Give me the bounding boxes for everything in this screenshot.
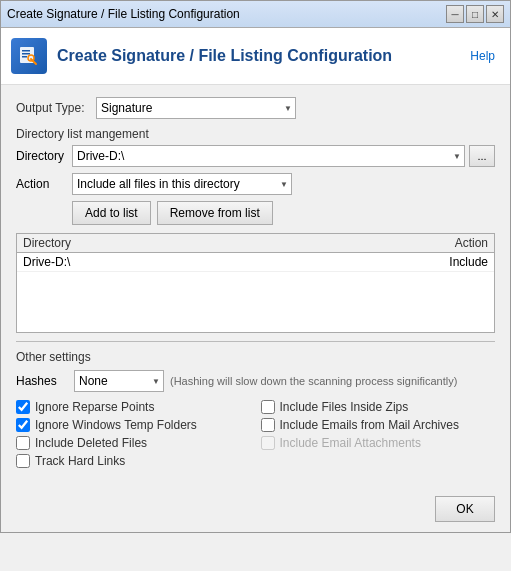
directory-label: Directory <box>16 149 68 163</box>
svg-rect-3 <box>22 56 27 58</box>
include-files-zips-label: Include Files Inside Zips <box>280 400 409 414</box>
track-hard-links-label: Track Hard Links <box>35 454 125 468</box>
help-link[interactable]: Help <box>470 49 495 63</box>
output-type-row: Output Type: Signature File Listing ▼ <box>16 97 495 119</box>
title-bar-left: Create Signature / File Listing Configur… <box>7 7 240 21</box>
hashes-row: Hashes None MD5 SHA1 SHA256 ▼ (Hashing w… <box>16 370 495 392</box>
list-buttons-row: Add to list Remove from list <box>16 201 495 225</box>
col-action-header: Action <box>428 236 488 250</box>
app-icon <box>11 38 47 74</box>
hashes-label: Hashes <box>16 374 68 388</box>
header-left: Create Signature / File Listing Configur… <box>11 38 392 74</box>
other-settings-section: Other settings Hashes None MD5 SHA1 SHA2… <box>16 350 495 468</box>
hashes-combo-wrapper: None MD5 SHA1 SHA256 ▼ <box>74 370 164 392</box>
include-deleted-row: Include Deleted Files <box>16 436 251 450</box>
remove-from-list-button[interactable]: Remove from list <box>157 201 273 225</box>
add-to-list-button[interactable]: Add to list <box>72 201 151 225</box>
include-email-attachments-label: Include Email Attachments <box>280 436 421 450</box>
output-type-select[interactable]: Signature File Listing <box>96 97 296 119</box>
action-label: Action <box>16 177 68 191</box>
ignore-temp-folders-row: Ignore Windows Temp Folders <box>16 418 251 432</box>
hashes-note: (Hashing will slow down the scanning pro… <box>170 375 457 387</box>
title-bar: Create Signature / File Listing Configur… <box>1 1 510 28</box>
hashes-combo[interactable]: None MD5 SHA1 SHA256 <box>74 370 164 392</box>
empty-cell <box>261 454 496 468</box>
directory-combo[interactable]: Drive-D:\ <box>72 145 465 167</box>
track-hard-links-checkbox[interactable] <box>16 454 30 468</box>
ignore-temp-folders-checkbox[interactable] <box>16 418 30 432</box>
checkboxes-grid: Ignore Reparse Points Include Files Insi… <box>16 400 495 468</box>
include-emails-archives-checkbox[interactable] <box>261 418 275 432</box>
track-hard-links-row: Track Hard Links <box>16 454 251 468</box>
directory-combo-wrapper: Drive-D:\ ▼ <box>72 145 465 167</box>
ignore-reparse-label: Ignore Reparse Points <box>35 400 154 414</box>
directory-management-label: Directory list mangement <box>16 127 495 141</box>
include-files-zips-checkbox[interactable] <box>261 400 275 414</box>
output-type-wrapper: Signature File Listing ▼ <box>96 97 296 119</box>
list-header: Directory Action <box>17 234 494 253</box>
maximize-button[interactable]: □ <box>466 5 484 23</box>
row-action: Include <box>428 255 488 269</box>
directory-row: Directory Drive-D:\ ▼ ... <box>16 145 495 167</box>
title-bar-text: Create Signature / File Listing Configur… <box>7 7 240 21</box>
action-row: Action Include all files in this directo… <box>16 173 495 195</box>
col-directory-header: Directory <box>23 236 428 250</box>
output-type-label: Output Type: <box>16 101 96 115</box>
include-deleted-label: Include Deleted Files <box>35 436 147 450</box>
close-button[interactable]: ✕ <box>486 5 504 23</box>
include-deleted-checkbox[interactable] <box>16 436 30 450</box>
include-emails-archives-row: Include Emails from Mail Archives <box>261 418 496 432</box>
browse-button[interactable]: ... <box>469 145 495 167</box>
action-combo-wrapper: Include all files in this directory Excl… <box>72 173 292 195</box>
include-files-zips-row: Include Files Inside Zips <box>261 400 496 414</box>
directory-management-section: Directory list mangement Directory Drive… <box>16 127 495 333</box>
header-title: Create Signature / File Listing Configur… <box>57 47 392 65</box>
ok-button[interactable]: OK <box>435 496 495 522</box>
content-area: Output Type: Signature File Listing ▼ Di… <box>1 85 510 490</box>
main-window: Create Signature / File Listing Configur… <box>0 0 511 533</box>
row-directory: Drive-D:\ <box>23 255 428 269</box>
action-combo[interactable]: Include all files in this directory Excl… <box>72 173 292 195</box>
minimize-button[interactable]: ─ <box>446 5 464 23</box>
title-bar-controls: ─ □ ✕ <box>446 5 504 23</box>
ignore-reparse-row: Ignore Reparse Points <box>16 400 251 414</box>
directory-list: Directory Action Drive-D:\ Include <box>16 233 495 333</box>
svg-rect-1 <box>22 50 30 52</box>
include-email-attachments-row: Include Email Attachments <box>261 436 496 450</box>
section-divider <box>16 341 495 342</box>
ignore-reparse-checkbox[interactable] <box>16 400 30 414</box>
include-emails-archives-label: Include Emails from Mail Archives <box>280 418 459 432</box>
header-area: Create Signature / File Listing Configur… <box>1 28 510 85</box>
footer: OK <box>1 490 510 532</box>
ignore-temp-folders-label: Ignore Windows Temp Folders <box>35 418 197 432</box>
other-settings-label: Other settings <box>16 350 495 364</box>
include-email-attachments-checkbox <box>261 436 275 450</box>
table-row[interactable]: Drive-D:\ Include <box>17 253 494 272</box>
svg-rect-2 <box>22 53 30 55</box>
